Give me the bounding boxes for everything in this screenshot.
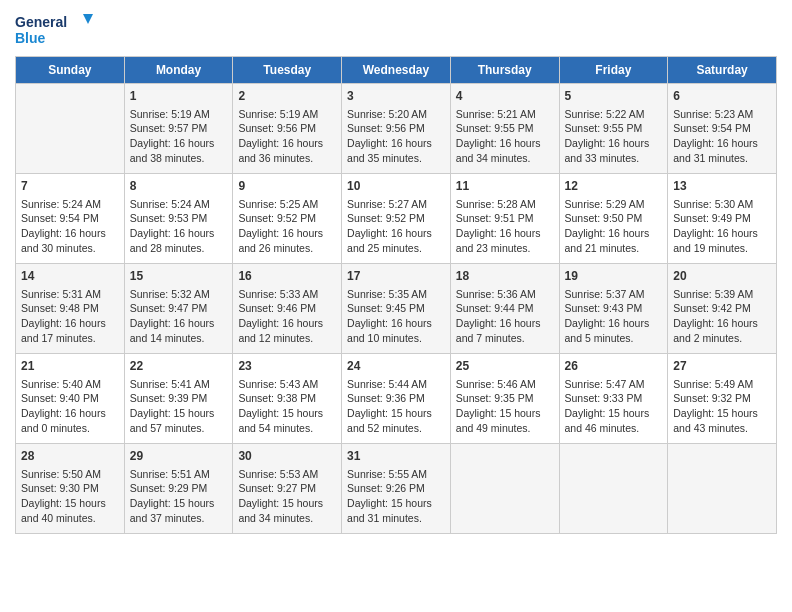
day-info: Sunrise: 5:36 AM Sunset: 9:44 PM Dayligh…: [456, 287, 554, 346]
page-header: General Blue: [15, 10, 777, 50]
calendar-cell: 10Sunrise: 5:27 AM Sunset: 9:52 PM Dayli…: [342, 174, 451, 264]
calendar-cell: 19Sunrise: 5:37 AM Sunset: 9:43 PM Dayli…: [559, 264, 668, 354]
svg-text:General: General: [15, 14, 67, 30]
calendar-cell: 26Sunrise: 5:47 AM Sunset: 9:33 PM Dayli…: [559, 354, 668, 444]
day-number: 18: [456, 268, 554, 285]
day-info: Sunrise: 5:40 AM Sunset: 9:40 PM Dayligh…: [21, 377, 119, 436]
svg-text:Blue: Blue: [15, 30, 46, 46]
svg-marker-2: [83, 14, 93, 24]
calendar-cell: 25Sunrise: 5:46 AM Sunset: 9:35 PM Dayli…: [450, 354, 559, 444]
calendar-cell: 8Sunrise: 5:24 AM Sunset: 9:53 PM Daylig…: [124, 174, 233, 264]
day-info: Sunrise: 5:50 AM Sunset: 9:30 PM Dayligh…: [21, 467, 119, 526]
calendar-cell: 27Sunrise: 5:49 AM Sunset: 9:32 PM Dayli…: [668, 354, 777, 444]
calendar-cell: [559, 444, 668, 534]
header-thursday: Thursday: [450, 57, 559, 84]
day-info: Sunrise: 5:22 AM Sunset: 9:55 PM Dayligh…: [565, 107, 663, 166]
calendar-cell: 21Sunrise: 5:40 AM Sunset: 9:40 PM Dayli…: [16, 354, 125, 444]
day-number: 5: [565, 88, 663, 105]
header-tuesday: Tuesday: [233, 57, 342, 84]
day-info: Sunrise: 5:31 AM Sunset: 9:48 PM Dayligh…: [21, 287, 119, 346]
day-number: 29: [130, 448, 228, 465]
logo-svg: General Blue: [15, 10, 95, 50]
calendar-week-row: 1Sunrise: 5:19 AM Sunset: 9:57 PM Daylig…: [16, 84, 777, 174]
calendar-week-row: 28Sunrise: 5:50 AM Sunset: 9:30 PM Dayli…: [16, 444, 777, 534]
calendar-cell: 4Sunrise: 5:21 AM Sunset: 9:55 PM Daylig…: [450, 84, 559, 174]
calendar-table: SundayMondayTuesdayWednesdayThursdayFrid…: [15, 56, 777, 534]
calendar-header-row: SundayMondayTuesdayWednesdayThursdayFrid…: [16, 57, 777, 84]
calendar-cell: 7Sunrise: 5:24 AM Sunset: 9:54 PM Daylig…: [16, 174, 125, 264]
day-info: Sunrise: 5:44 AM Sunset: 9:36 PM Dayligh…: [347, 377, 445, 436]
calendar-cell: 18Sunrise: 5:36 AM Sunset: 9:44 PM Dayli…: [450, 264, 559, 354]
day-info: Sunrise: 5:27 AM Sunset: 9:52 PM Dayligh…: [347, 197, 445, 256]
day-number: 28: [21, 448, 119, 465]
day-number: 12: [565, 178, 663, 195]
day-number: 15: [130, 268, 228, 285]
calendar-cell: 22Sunrise: 5:41 AM Sunset: 9:39 PM Dayli…: [124, 354, 233, 444]
day-info: Sunrise: 5:29 AM Sunset: 9:50 PM Dayligh…: [565, 197, 663, 256]
calendar-cell: 28Sunrise: 5:50 AM Sunset: 9:30 PM Dayli…: [16, 444, 125, 534]
day-info: Sunrise: 5:30 AM Sunset: 9:49 PM Dayligh…: [673, 197, 771, 256]
day-number: 8: [130, 178, 228, 195]
day-info: Sunrise: 5:28 AM Sunset: 9:51 PM Dayligh…: [456, 197, 554, 256]
day-info: Sunrise: 5:24 AM Sunset: 9:53 PM Dayligh…: [130, 197, 228, 256]
day-info: Sunrise: 5:32 AM Sunset: 9:47 PM Dayligh…: [130, 287, 228, 346]
day-info: Sunrise: 5:41 AM Sunset: 9:39 PM Dayligh…: [130, 377, 228, 436]
day-number: 4: [456, 88, 554, 105]
logo: General Blue: [15, 10, 95, 50]
calendar-week-row: 14Sunrise: 5:31 AM Sunset: 9:48 PM Dayli…: [16, 264, 777, 354]
day-number: 1: [130, 88, 228, 105]
calendar-cell: 13Sunrise: 5:30 AM Sunset: 9:49 PM Dayli…: [668, 174, 777, 264]
day-info: Sunrise: 5:53 AM Sunset: 9:27 PM Dayligh…: [238, 467, 336, 526]
calendar-cell: [16, 84, 125, 174]
day-number: 10: [347, 178, 445, 195]
day-number: 17: [347, 268, 445, 285]
day-info: Sunrise: 5:43 AM Sunset: 9:38 PM Dayligh…: [238, 377, 336, 436]
day-number: 11: [456, 178, 554, 195]
header-monday: Monday: [124, 57, 233, 84]
day-info: Sunrise: 5:39 AM Sunset: 9:42 PM Dayligh…: [673, 287, 771, 346]
calendar-cell: 12Sunrise: 5:29 AM Sunset: 9:50 PM Dayli…: [559, 174, 668, 264]
calendar-cell: 5Sunrise: 5:22 AM Sunset: 9:55 PM Daylig…: [559, 84, 668, 174]
calendar-cell: 30Sunrise: 5:53 AM Sunset: 9:27 PM Dayli…: [233, 444, 342, 534]
day-info: Sunrise: 5:25 AM Sunset: 9:52 PM Dayligh…: [238, 197, 336, 256]
day-number: 2: [238, 88, 336, 105]
calendar-cell: 11Sunrise: 5:28 AM Sunset: 9:51 PM Dayli…: [450, 174, 559, 264]
header-saturday: Saturday: [668, 57, 777, 84]
day-info: Sunrise: 5:47 AM Sunset: 9:33 PM Dayligh…: [565, 377, 663, 436]
day-number: 27: [673, 358, 771, 375]
day-number: 3: [347, 88, 445, 105]
calendar-cell: 3Sunrise: 5:20 AM Sunset: 9:56 PM Daylig…: [342, 84, 451, 174]
day-number: 16: [238, 268, 336, 285]
day-info: Sunrise: 5:55 AM Sunset: 9:26 PM Dayligh…: [347, 467, 445, 526]
day-info: Sunrise: 5:35 AM Sunset: 9:45 PM Dayligh…: [347, 287, 445, 346]
calendar-cell: 6Sunrise: 5:23 AM Sunset: 9:54 PM Daylig…: [668, 84, 777, 174]
day-number: 22: [130, 358, 228, 375]
calendar-cell: 23Sunrise: 5:43 AM Sunset: 9:38 PM Dayli…: [233, 354, 342, 444]
calendar-cell: 16Sunrise: 5:33 AM Sunset: 9:46 PM Dayli…: [233, 264, 342, 354]
day-number: 25: [456, 358, 554, 375]
day-info: Sunrise: 5:21 AM Sunset: 9:55 PM Dayligh…: [456, 107, 554, 166]
day-info: Sunrise: 5:46 AM Sunset: 9:35 PM Dayligh…: [456, 377, 554, 436]
calendar-cell: 17Sunrise: 5:35 AM Sunset: 9:45 PM Dayli…: [342, 264, 451, 354]
day-info: Sunrise: 5:24 AM Sunset: 9:54 PM Dayligh…: [21, 197, 119, 256]
day-info: Sunrise: 5:20 AM Sunset: 9:56 PM Dayligh…: [347, 107, 445, 166]
header-wednesday: Wednesday: [342, 57, 451, 84]
day-info: Sunrise: 5:19 AM Sunset: 9:56 PM Dayligh…: [238, 107, 336, 166]
day-info: Sunrise: 5:19 AM Sunset: 9:57 PM Dayligh…: [130, 107, 228, 166]
day-number: 19: [565, 268, 663, 285]
day-number: 7: [21, 178, 119, 195]
calendar-cell: 20Sunrise: 5:39 AM Sunset: 9:42 PM Dayli…: [668, 264, 777, 354]
calendar-cell: 24Sunrise: 5:44 AM Sunset: 9:36 PM Dayli…: [342, 354, 451, 444]
calendar-cell: 2Sunrise: 5:19 AM Sunset: 9:56 PM Daylig…: [233, 84, 342, 174]
day-info: Sunrise: 5:23 AM Sunset: 9:54 PM Dayligh…: [673, 107, 771, 166]
day-number: 9: [238, 178, 336, 195]
day-number: 30: [238, 448, 336, 465]
calendar-cell: 14Sunrise: 5:31 AM Sunset: 9:48 PM Dayli…: [16, 264, 125, 354]
day-number: 31: [347, 448, 445, 465]
calendar-week-row: 7Sunrise: 5:24 AM Sunset: 9:54 PM Daylig…: [16, 174, 777, 264]
day-info: Sunrise: 5:49 AM Sunset: 9:32 PM Dayligh…: [673, 377, 771, 436]
day-number: 24: [347, 358, 445, 375]
day-number: 14: [21, 268, 119, 285]
calendar-cell: 31Sunrise: 5:55 AM Sunset: 9:26 PM Dayli…: [342, 444, 451, 534]
calendar-cell: [668, 444, 777, 534]
